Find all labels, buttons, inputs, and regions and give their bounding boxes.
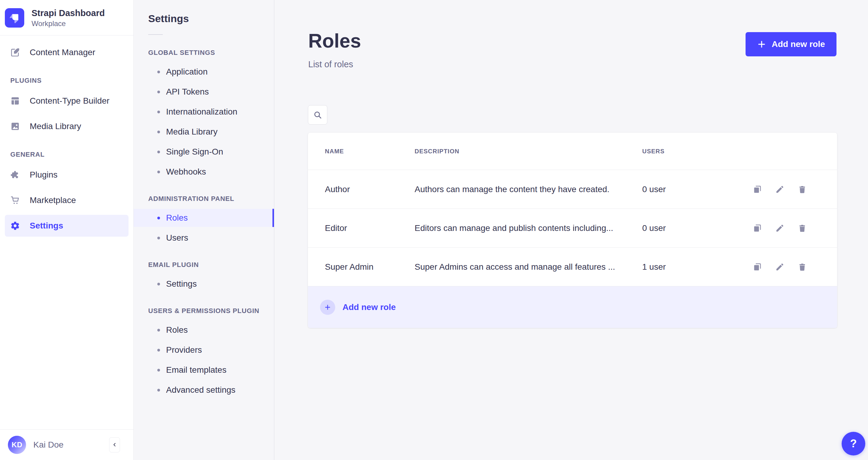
subnav-item-label: Single Sign-On [166,147,223,157]
cart-icon [10,195,20,205]
subnav-item-label: Advanced settings [166,385,236,395]
subnav-item-label: Email templates [166,365,226,375]
subnav-item-users-permissions-plugin-email-templates[interactable]: Email templates [134,361,274,379]
table-footer-add-role[interactable]: Add new role [308,286,837,328]
sidebar-item-media-library[interactable]: Media Library [5,116,128,137]
row-actions [722,185,837,194]
subnav-item-global-settings-internationalization[interactable]: Internationalization [134,103,274,121]
row-actions [722,224,837,233]
column-header-users: USERS [642,148,722,155]
subnav-item-global-settings-single-sign-on[interactable]: Single Sign-On [134,143,274,161]
subnav-item-users-permissions-plugin-providers[interactable]: Providers [134,341,274,359]
bullet-icon [157,71,160,73]
bullet-icon [157,151,160,153]
image-icon [10,122,20,131]
subnav-title: Settings [148,13,274,25]
pen-icon [10,48,20,57]
bullet-icon [157,111,160,113]
cell-name: Author [325,185,414,194]
add-new-role-button[interactable]: Add new role [746,32,836,56]
subnav-item-label: Webhooks [166,167,206,177]
strapi-logo-icon [5,8,24,28]
delete-button[interactable] [798,263,807,272]
sidebar-item-settings[interactable]: Settings [5,215,128,237]
bullet-icon [157,283,160,285]
table-header-row: NAMEDESCRIPTIONUSERS [308,133,837,170]
cell-description: Editors can manage and publish contents … [414,223,642,233]
bullet-icon [157,131,160,133]
edit-button[interactable] [775,224,784,233]
subnav-item-global-settings-application[interactable]: Application [134,63,274,81]
app-root: Strapi Dashboard Workplace Content Manag… [0,0,868,460]
sidebar-item-content-manager[interactable]: Content Manager [5,41,128,63]
collapse-sidebar-button[interactable] [109,437,120,453]
brand[interactable]: Strapi Dashboard Workplace [0,0,133,35]
subnav-item-administration-panel-users[interactable]: Users [134,229,274,247]
edit-button[interactable] [775,185,784,194]
brand-text: Strapi Dashboard Workplace [32,8,105,28]
subnav-divider [148,34,163,35]
help-button-label: ? [850,437,857,450]
sidebar-item-marketplace[interactable]: Marketplace [5,189,128,211]
sidebar-footer: KD Kai Doe [0,429,133,460]
sidebar-nav: Content ManagerPLUGINSContent-Type Build… [0,35,133,429]
bullet-icon [157,237,160,239]
subnav-item-label: Media Library [166,127,218,137]
puzzle-icon [10,170,20,180]
cell-users: 1 user [642,262,722,272]
subnav-item-label: Settings [166,279,197,289]
row-actions [722,263,837,272]
sidebar-item-label: Content Manager [30,48,95,57]
subnav-item-global-settings-webhooks[interactable]: Webhooks [134,163,274,181]
sidebar-item-content-type-builder[interactable]: Content-Type Builder [5,90,128,112]
delete-icon [798,263,807,272]
duplicate-button[interactable] [753,224,762,233]
duplicate-icon [753,224,762,233]
subnav-item-email-plugin-settings[interactable]: Settings [134,275,274,293]
subnav-item-administration-panel-roles[interactable]: Roles [134,209,274,227]
subnav-section-label-administration-panel: ADMINISTRATION PANEL [148,195,259,203]
avatar[interactable]: KD [8,436,26,454]
search-icon [313,110,322,119]
subnav-item-global-settings-media-library[interactable]: Media Library [134,123,274,141]
subnav-item-users-permissions-plugin-advanced-settings[interactable]: Advanced settings [134,381,274,399]
subnav-item-users-permissions-plugin-roles[interactable]: Roles [134,321,274,339]
search-button[interactable] [308,105,327,125]
add-new-role-button-label: Add new role [772,39,825,49]
sidebar-item-label: Plugins [30,170,58,180]
delete-icon [798,185,807,194]
plus-icon [757,40,766,49]
subnav-item-global-settings-api-tokens[interactable]: API Tokens [134,83,274,101]
brand-subtitle: Workplace [32,20,105,28]
cell-description: Super Admins can access and manage all f… [414,262,642,272]
plus-icon [324,304,331,311]
edit-icon [775,224,784,233]
bullet-icon [157,369,160,371]
table-row-author[interactable]: AuthorAuthors can manage the content the… [308,170,837,209]
bullet-icon [157,217,160,219]
sidebar-item-label: Content-Type Builder [30,96,110,106]
duplicate-button[interactable] [753,185,762,194]
cell-users: 0 user [642,185,722,194]
duplicate-icon [753,185,762,194]
delete-button[interactable] [798,185,807,194]
subnav-sections: GLOBAL SETTINGSApplicationAPI TokensInte… [134,49,274,399]
edit-button[interactable] [775,263,784,272]
delete-button[interactable] [798,224,807,233]
subnav-item-label: Roles [166,213,188,223]
sidebar-item-label: Marketplace [30,195,76,205]
table-row-editor[interactable]: EditorEditors can manage and publish con… [308,209,837,248]
chevron-left-icon [112,442,118,448]
duplicate-button[interactable] [753,263,762,272]
gear-icon [10,221,20,231]
sidebar-item-plugins[interactable]: Plugins [5,164,128,186]
table-row-super-admin[interactable]: Super AdminSuper Admins can access and m… [308,248,837,286]
page-title: Roles [308,30,361,52]
sidebar-section-label-plugins: PLUGINS [10,77,123,85]
subnav-item-label: Internationalization [166,107,237,117]
subnav-item-label: Users [166,233,188,243]
subnav-section-label-global-settings: GLOBAL SETTINGS [148,49,259,57]
cell-name: Editor [325,223,414,233]
help-button[interactable]: ? [842,432,865,456]
sidebar-item-label: Media Library [30,122,81,131]
